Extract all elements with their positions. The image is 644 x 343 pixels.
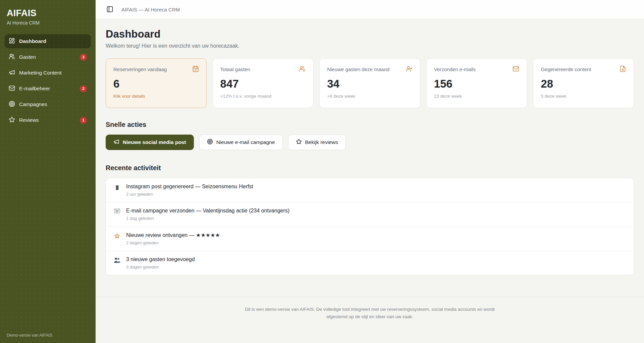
sidebar-item-dashboard[interactable]: Dashboard	[5, 34, 91, 48]
brand-name: AIFAIS	[5, 8, 91, 18]
sidebar-item-campagnes[interactable]: Campagnes	[5, 97, 91, 111]
sidebar-item-marketing-content[interactable]: Marketing Content	[5, 66, 91, 80]
star-icon	[9, 116, 15, 124]
stat-card-sub: +12% t.o.v. vorige maand	[220, 94, 306, 99]
sidebar-toggle-button[interactable]	[106, 5, 114, 14]
email-icon: @	[113, 208, 121, 214]
recent-activity-title: Recente activiteit	[106, 164, 634, 172]
users-icon	[299, 65, 306, 74]
stat-card-sub: Klik voor details	[113, 94, 199, 99]
sidebar-item-label: Marketing Content	[19, 70, 62, 76]
stat-card-value: 34	[327, 78, 413, 90]
activity-item-email-campaign: @ E-mail campagne verzonden — Valentijns…	[106, 202, 634, 227]
activity-item-instagram-post: Instagram post gegenereerd — Seizoensmen…	[106, 178, 634, 202]
stat-card-value: 6	[113, 78, 199, 90]
stat-card-label: Reserveringen vandaag	[113, 65, 167, 72]
activity-time: 1 dag geleden	[126, 216, 289, 221]
dashboard-content: Dashboard Welkom terug! Hier is een over…	[96, 19, 644, 275]
activity-time: 3 dagen geleden	[126, 264, 195, 270]
activity-title: Nieuwe review ontvangen — ★★★★★	[126, 232, 220, 238]
sidebar-demo-note: Demo-versie van AIFAIS	[7, 333, 52, 338]
stat-card-label: Gegenereerde content	[541, 65, 591, 72]
activity-title: Instagram post gegenereerd — Seizoensmen…	[126, 184, 253, 190]
quick-actions-title: Snelle acties	[106, 121, 634, 129]
activity-title: E-mail campagne verzonden — Valentijnsda…	[126, 208, 289, 214]
stat-card-label: Verzonden e-mails	[434, 65, 476, 72]
svg-text:@: @	[116, 210, 118, 213]
sidebar-item-gasten[interactable]: Gasten 3	[5, 50, 91, 64]
glowing-star-icon	[113, 232, 121, 239]
two-users-icon	[113, 256, 121, 263]
stat-card-label: Nieuwe gasten deze maand	[327, 65, 389, 72]
mail-icon	[9, 85, 15, 93]
topbar-title: AIFAIS — AI Horeca CRM	[121, 7, 180, 12]
target-icon	[207, 139, 213, 146]
view-reviews-button[interactable]: Bekijk reviews	[288, 135, 346, 150]
button-label: Nieuwe social media post	[123, 139, 186, 145]
megaphone-icon	[113, 139, 119, 146]
sidebar-item-label: Gasten	[19, 54, 36, 60]
sidebar: AIFAIS AI Horeca CRM Dashboard Gasten 3 …	[0, 0, 96, 343]
demo-footer: Dit is een demo-versie van AIFAIS. De vo…	[96, 297, 644, 343]
file-text-icon	[620, 65, 626, 74]
sidebar-item-label: Reviews	[19, 117, 39, 123]
button-label: Bekijk reviews	[305, 139, 338, 145]
stat-card-gegenereerde-content: Gegenereerde content 28 5 deze week	[533, 58, 634, 108]
emailbeheer-badge: 2	[80, 85, 87, 92]
recent-activity-list: Instagram post gegenereerd — Seizoensmen…	[106, 178, 634, 275]
target-icon	[9, 101, 15, 108]
megaphone-icon	[9, 69, 15, 77]
activity-item-new-guests: 3 nieuwe gasten toegevoegd 3 dagen geled…	[106, 251, 634, 275]
stat-card-verzonden-emails: Verzonden e-mails 156 23 deze week	[426, 58, 527, 108]
stat-card-sub: 5 deze week	[541, 94, 626, 99]
page-subtitle: Welkom terug! Hier is een overzicht van …	[106, 43, 634, 49]
star-icon	[296, 139, 302, 146]
stat-card-label: Totaal gasten	[220, 65, 250, 72]
calendar-check-icon	[192, 65, 199, 74]
gasten-badge: 3	[80, 54, 87, 61]
sidebar-item-label: Dashboard	[19, 38, 46, 44]
panel-left-icon	[106, 6, 113, 14]
activity-time: 2 dagen geleden	[126, 240, 220, 245]
brand-tagline: AI Horeca CRM	[5, 20, 91, 26]
stat-cards-row: Reserveringen vandaag 6 Klik voor detail…	[106, 58, 634, 108]
dashboard-grid-icon	[9, 38, 15, 45]
activity-time: 2 uur geleden	[126, 192, 253, 197]
new-email-campaign-button[interactable]: Nieuwe e-mail campagne	[199, 135, 283, 150]
activity-title: 3 nieuwe gasten toegevoegd	[126, 256, 195, 262]
quick-actions-row: Nieuwe social media post Nieuwe e-mail c…	[106, 135, 634, 150]
main-area: AIFAIS — AI Horeca CRM Dashboard Welkom …	[96, 0, 644, 343]
new-social-post-button[interactable]: Nieuwe social media post	[106, 135, 194, 150]
stat-card-reserveringen[interactable]: Reserveringen vandaag 6 Klik voor detail…	[106, 58, 207, 108]
reviews-badge: 1	[80, 117, 87, 124]
top-bar: AIFAIS — AI Horeca CRM	[96, 0, 644, 19]
button-label: Nieuwe e-mail campagne	[216, 139, 275, 145]
sidebar-item-label: E-mailbeheer	[19, 86, 50, 92]
sidebar-nav: Dashboard Gasten 3 Marketing Content E-m…	[5, 34, 91, 127]
sidebar-item-reviews[interactable]: Reviews 1	[5, 113, 91, 127]
sidebar-item-label: Campagnes	[19, 101, 47, 107]
demo-footer-text: Dit is een demo-versie van AIFAIS. De vo…	[237, 306, 502, 320]
sidebar-item-emailbeheer[interactable]: E-mailbeheer 2	[5, 82, 91, 96]
stat-card-value: 28	[541, 78, 626, 90]
user-plus-icon	[406, 65, 413, 74]
page-title: Dashboard	[106, 28, 634, 40]
stat-card-value: 847	[220, 78, 306, 90]
stat-card-totaal-gasten: Totaal gasten 847 +12% t.o.v. vorige maa…	[213, 58, 314, 108]
users-icon	[9, 53, 15, 61]
stat-card-sub: +8 deze week	[327, 94, 413, 99]
stat-card-nieuwe-gasten: Nieuwe gasten deze maand 34 +8 deze week	[319, 58, 420, 108]
activity-item-review: Nieuwe review ontvangen — ★★★★★ 2 dagen …	[106, 227, 634, 251]
stat-card-sub: 23 deze week	[434, 94, 520, 99]
mail-icon	[513, 65, 519, 74]
stat-card-value: 156	[434, 78, 520, 90]
mobile-phone-icon	[113, 184, 121, 191]
